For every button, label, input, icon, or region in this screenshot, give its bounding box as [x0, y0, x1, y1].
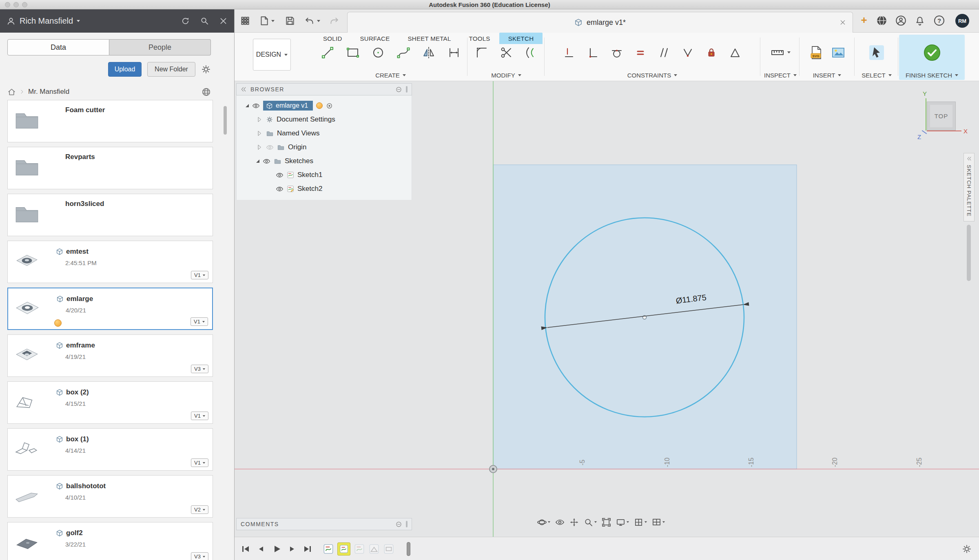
open-on-web-icon[interactable]	[202, 87, 211, 97]
zoom-icon[interactable]	[584, 518, 597, 527]
home-icon[interactable]	[7, 88, 16, 96]
new-folder-button[interactable]: New Folder	[147, 62, 195, 77]
measure-icon[interactable]	[770, 45, 785, 60]
tree-node-named-views[interactable]: Named Views	[237, 126, 412, 140]
version-badge[interactable]: V1	[191, 458, 208, 467]
version-badge[interactable]: V1	[190, 317, 208, 326]
comments-panel[interactable]: COMMENTS	[236, 518, 412, 530]
pan-icon[interactable]	[569, 518, 579, 527]
comments-drag-handle[interactable]	[406, 521, 408, 527]
version-badge[interactable]: V3	[191, 552, 208, 560]
eye-icon[interactable]	[276, 185, 284, 193]
timeline-sketch1-icon[interactable]	[323, 543, 334, 555]
eye-icon[interactable]	[276, 171, 284, 179]
timeline-feature-rolled-back-icon[interactable]	[354, 543, 365, 555]
undo-menu[interactable]	[304, 15, 320, 26]
constraint-equal-icon[interactable]	[634, 46, 647, 59]
timeline-feature-rolled-back-icon[interactable]	[368, 543, 380, 555]
inspect-menu[interactable]: INSPECT	[762, 70, 799, 80]
step-forward-icon[interactable]	[288, 545, 297, 553]
select-cursor-icon[interactable]	[868, 44, 885, 61]
viewcube[interactable]: Y TOP X Z	[919, 90, 976, 141]
web-status-icon[interactable]	[876, 15, 887, 26]
activate-radio-icon[interactable]	[326, 102, 333, 109]
tree-node-sketch1[interactable]: Sketch1	[237, 168, 412, 182]
fillet-tool-icon[interactable]	[474, 45, 489, 60]
data-panel-scrollbar[interactable]	[224, 106, 227, 135]
line-tool-icon[interactable]	[320, 45, 335, 60]
search-icon[interactable]	[200, 16, 209, 26]
step-back-icon[interactable]	[257, 545, 266, 553]
sketch-palette-tab[interactable]: SKETCH PALETTE	[963, 153, 975, 221]
list-item-design[interactable]: ballshototot 4/10/21 V2	[7, 475, 213, 518]
app-grid-icon[interactable]	[240, 15, 250, 26]
tree-node-sketches[interactable]: Sketches	[237, 154, 412, 168]
skip-to-end-icon[interactable]	[303, 545, 312, 553]
list-item-folder[interactable]: horn3sliced	[7, 194, 213, 236]
expand-open-icon[interactable]	[246, 104, 249, 107]
fit-icon[interactable]	[602, 518, 611, 527]
list-item-folder[interactable]: Revparts	[7, 147, 213, 189]
modify-menu[interactable]: MODIFY	[469, 70, 543, 80]
close-panel-icon[interactable]	[219, 17, 228, 25]
list-item-design[interactable]: box (1) 4/14/21 V1	[7, 428, 213, 471]
play-icon[interactable]	[272, 545, 281, 553]
list-item-design[interactable]: emframe 4/19/21 V3	[7, 334, 213, 377]
list-item-design[interactable]: golf2 3/22/21 V3	[7, 522, 213, 560]
close-tab-icon[interactable]	[839, 19, 846, 26]
list-item-design-selected[interactable]: emlarge 4/20/21 V1	[7, 288, 213, 330]
constraint-horizontal-vertical-icon[interactable]	[563, 46, 576, 59]
constraint-parallel-icon[interactable]	[658, 46, 670, 59]
bell-icon[interactable]	[915, 15, 925, 26]
help-icon[interactable]: ?	[934, 15, 944, 26]
collapse-browser-icon[interactable]	[241, 86, 246, 92]
refresh-icon[interactable]	[181, 16, 190, 26]
breadcrumb-root[interactable]: Mr. Mansfield	[28, 88, 69, 96]
insert-svg-icon[interactable]: SVG	[809, 45, 824, 60]
origin-point[interactable]	[490, 465, 497, 473]
version-badge[interactable]: V3	[191, 365, 208, 373]
timeline-playhead[interactable]	[407, 542, 410, 556]
tree-node-document-settings[interactable]: Document Settings	[237, 113, 412, 126]
active-component-chip[interactable]: emlarge v1	[263, 101, 313, 111]
user-menu[interactable]: Rich Mansfield	[20, 16, 80, 26]
expand-closed-icon[interactable]	[256, 144, 263, 151]
data-settings-gear-icon[interactable]	[201, 64, 211, 74]
constraint-fix-icon[interactable]	[705, 46, 718, 59]
tree-node-root[interactable]: emlarge v1	[237, 99, 412, 113]
browser-options-icon[interactable]	[396, 86, 402, 93]
viewports-icon[interactable]	[652, 518, 665, 527]
orbit-icon[interactable]	[537, 518, 550, 527]
list-item-folder[interactable]: Foam cutter	[7, 100, 213, 142]
rectangle-tool-icon[interactable]	[346, 45, 360, 60]
eye-off-icon[interactable]	[266, 144, 274, 151]
redo-icon[interactable]	[329, 15, 339, 26]
file-menu[interactable]	[259, 15, 275, 26]
profile-icon[interactable]	[895, 15, 906, 26]
browser-drag-handle[interactable]	[406, 86, 408, 93]
look-at-icon[interactable]	[555, 518, 565, 527]
skip-to-start-icon[interactable]	[241, 545, 250, 553]
canvas-insert-icon[interactable]	[831, 45, 846, 60]
viewcube-top-face[interactable]: TOP	[927, 102, 956, 131]
spline-tool-icon[interactable]	[396, 45, 411, 60]
design-workspace-menu[interactable]: DESIGN	[253, 39, 291, 71]
viewport[interactable]: Ø11.875 -5 -10 -15 -20 -25	[235, 81, 979, 537]
upload-button[interactable]: Upload	[108, 62, 142, 77]
comments-options-icon[interactable]	[396, 521, 402, 527]
mirror-tool-icon[interactable]	[421, 45, 436, 60]
constraint-tangent-icon[interactable]	[611, 46, 623, 59]
eye-icon[interactable]	[252, 102, 260, 110]
constraint-perpendicular-icon[interactable]	[682, 46, 694, 59]
constraint-symmetry-icon[interactable]	[729, 46, 741, 59]
timeline-settings-gear-icon[interactable]	[962, 544, 972, 554]
trim-tool-icon[interactable]	[499, 45, 514, 60]
expand-open-icon[interactable]	[256, 159, 259, 163]
constraint-coincident-icon[interactable]	[587, 46, 599, 59]
create-menu[interactable]: CREATE	[314, 70, 467, 80]
constraints-menu[interactable]: CONSTRAINTS	[545, 70, 759, 80]
eye-icon[interactable]	[263, 157, 270, 165]
tree-node-origin[interactable]: Origin	[237, 140, 412, 154]
save-icon[interactable]	[285, 15, 295, 26]
grid-settings-icon[interactable]	[634, 518, 647, 527]
